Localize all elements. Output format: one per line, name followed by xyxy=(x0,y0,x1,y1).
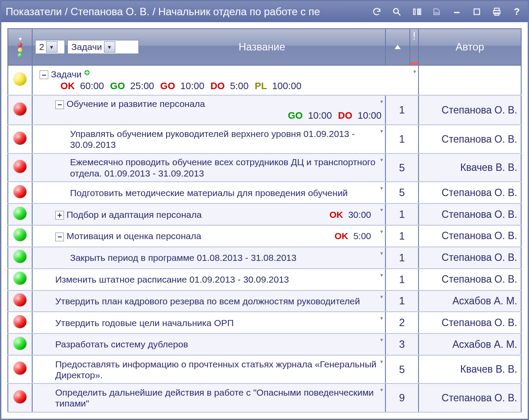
table-row: −Задачи▾OK60:00GO25:00GO10:00DO5:00PL100… xyxy=(8,65,521,95)
name-cell[interactable]: −Мотивация и оценка персоналаOK 5:00▾ xyxy=(32,225,385,247)
author-cell: Степанова О. В. xyxy=(419,225,521,247)
status-cell xyxy=(8,355,32,383)
row-menu-icon[interactable]: ▾ xyxy=(380,272,383,279)
add-icon[interactable] xyxy=(84,69,90,76)
priority-cell: 1 xyxy=(385,269,419,290)
type-select[interactable]: Задачи ▾ xyxy=(67,40,139,54)
name-cell[interactable]: Определить дальнейшие действия в работе … xyxy=(32,383,385,412)
header-author[interactable]: Автор xyxy=(419,29,521,65)
name-cell[interactable]: Утвердить план кадрового резерва по всем… xyxy=(32,290,385,312)
row-menu-icon[interactable]: ▾ xyxy=(380,98,383,105)
search-icon[interactable] xyxy=(390,5,403,18)
status-light-icon xyxy=(13,207,27,220)
name-cell[interactable]: Изменить штатное расписание 01.09.2013 -… xyxy=(32,269,385,290)
refresh-icon[interactable] xyxy=(370,5,383,18)
author-cell: Степанова О. В. xyxy=(419,182,521,203)
type-value: Задачи xyxy=(71,42,102,52)
svg-rect-3 xyxy=(418,9,419,15)
status-light-icon xyxy=(13,293,27,307)
row-menu-icon[interactable]: ▾ xyxy=(380,157,383,163)
row-menu-icon[interactable]: ▾ xyxy=(380,128,383,135)
header-priority[interactable]: ! xyxy=(410,29,419,65)
row-menu-icon[interactable]: ▾ xyxy=(380,207,383,213)
level-value: 2 xyxy=(39,42,44,52)
status-time: 25:00 xyxy=(130,80,154,92)
tree-toggle-minus-icon[interactable]: − xyxy=(40,70,48,79)
author-cell: Степанова О. В. xyxy=(419,247,521,269)
tree-toggle-plus-icon[interactable]: + xyxy=(55,211,64,220)
status-time: 100:00 xyxy=(272,80,301,92)
name-cell[interactable]: −Обучение и развитие персонала▾GO10:00DO… xyxy=(32,95,385,125)
chevron-down-icon: ▾ xyxy=(46,41,57,53)
author-cell: Квачев В. В. xyxy=(419,153,521,182)
minimize-icon[interactable] xyxy=(450,5,463,18)
priority-cell: 1 xyxy=(385,247,419,269)
row-menu-icon[interactable]: ▾ xyxy=(413,68,416,75)
column-author-label: Автор xyxy=(455,41,484,53)
row-menu-icon[interactable]: ▾ xyxy=(380,337,383,343)
row-menu-icon[interactable]: ▾ xyxy=(380,315,383,322)
priority-cell: 5 xyxy=(385,153,419,182)
row-menu-icon[interactable]: ▾ xyxy=(380,293,383,300)
header-name: 2 ▾ Задачи ▾ Название xyxy=(32,29,385,65)
status-light-icon xyxy=(13,228,27,241)
table-row: Ежемесячно проводить обучение всех сотру… xyxy=(8,153,521,182)
name-cell[interactable]: Закрыть период в программе 01.08.2013 - … xyxy=(32,247,385,269)
traffic-yellow-icon xyxy=(18,48,22,52)
row-label: Утвердить план кадрового резерва по всем… xyxy=(55,296,360,306)
status-light-icon xyxy=(13,337,27,350)
svg-rect-4 xyxy=(419,9,421,15)
name-cell[interactable]: Подготовить методические материалы для п… xyxy=(32,182,385,203)
status-tag: OK xyxy=(329,210,343,220)
columns-icon[interactable] xyxy=(410,5,423,18)
name-cell[interactable]: Ежемесячно проводить обучение всех сотру… xyxy=(32,153,385,182)
table-row: Предоставлять информацию о прочтенных ст… xyxy=(8,355,521,383)
status-light-icon xyxy=(13,362,27,375)
priority-cell: 9 xyxy=(385,383,419,412)
svg-line-1 xyxy=(398,13,401,16)
priority-cell: 1 xyxy=(385,95,419,125)
name-cell[interactable]: Предоставлять информацию о прочтенных ст… xyxy=(32,355,385,383)
status-summary: GO10:00DO10:00 xyxy=(36,110,382,121)
tree-toggle-minus-icon[interactable]: − xyxy=(55,233,64,241)
help-icon[interactable]: ? xyxy=(510,5,523,18)
name-cell[interactable]: −Задачи▾OK60:00GO25:00GO10:00DO5:00PL100… xyxy=(32,65,419,95)
status-cell xyxy=(8,333,32,355)
name-cell[interactable]: Разработать систему дублеров▾ xyxy=(32,333,385,355)
name-cell[interactable]: Управлять обучением руководителей верхне… xyxy=(32,125,385,153)
status-tag: GO xyxy=(160,80,175,92)
table-row: Утвердить план кадрового резерва по всем… xyxy=(8,290,521,312)
status-cell xyxy=(8,290,32,312)
status-light-icon xyxy=(13,73,27,86)
window-title: Показатели / Степанова О. В. / Начальник… xyxy=(6,6,370,18)
author-cell: Степанова О. В. xyxy=(419,203,521,225)
svg-rect-2 xyxy=(414,9,415,15)
level-select[interactable]: 2 ▾ xyxy=(35,40,65,54)
status-cell xyxy=(8,225,32,247)
row-menu-icon[interactable]: ▾ xyxy=(380,387,383,393)
titlebar-actions: csv ? xyxy=(370,5,523,18)
row-label: Мотивация и оценка персонала xyxy=(67,231,201,241)
status-cell xyxy=(8,125,32,153)
row-menu-icon[interactable]: ▾ xyxy=(380,250,383,257)
row-menu-icon[interactable]: ▾ xyxy=(380,185,383,192)
row-menu-icon[interactable]: ▾ xyxy=(380,228,383,235)
name-cell[interactable]: +Подбор и адаптация персоналаOK 30:00▾ xyxy=(32,203,385,225)
name-cell[interactable]: Утвердить годовые цели начальника ОРП▾ xyxy=(32,312,385,333)
maximize-icon[interactable] xyxy=(470,5,483,18)
status-cell xyxy=(8,269,32,290)
status-cell xyxy=(8,247,32,269)
print-icon[interactable] xyxy=(490,5,503,18)
header-sort[interactable] xyxy=(385,29,410,65)
priority-cell: 2 xyxy=(385,312,419,333)
status-tag: DO xyxy=(338,110,352,121)
status-dropdown-icon[interactable]: ▾ xyxy=(19,37,22,41)
author-cell: Степанова О. В. xyxy=(419,269,521,290)
priority-cell: 1 xyxy=(385,125,419,153)
export-csv-icon[interactable]: csv xyxy=(430,5,443,18)
app-window: Показатели / Степанова О. В. / Начальник… xyxy=(0,0,529,420)
status-cell xyxy=(8,312,32,333)
header-status[interactable]: ▾ xyxy=(8,29,32,65)
tree-toggle-minus-icon[interactable]: − xyxy=(55,100,64,109)
row-menu-icon[interactable]: ▾ xyxy=(380,358,383,365)
